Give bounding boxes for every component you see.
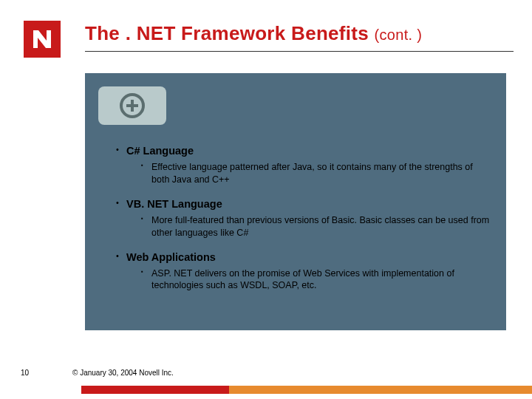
bullet-sub: ASP. NET delivers on the promise of Web … [141,267,491,293]
title-divider [85,51,514,52]
bullet-heading: Web Applications [116,251,491,263]
footer-orange-bar [229,386,532,394]
title-continuation: (cont. ) [375,27,423,43]
bullet-sub: More full-featured than previous version… [141,214,491,239]
page-number: 10 [21,369,29,377]
footer-red-bar [81,386,229,394]
bullet-list: C# Language Effective language patterned… [116,145,491,304]
title-main: The . NET Framework Benefits [85,22,369,44]
bullet-sub: Effective language patterned after Java,… [141,161,491,186]
plus-icon [119,92,146,119]
content-panel: C# Language Effective language patterned… [85,73,506,330]
list-item: C# Language Effective language patterned… [116,145,491,186]
slide-title: The . NET Framework Benefits (cont. ) [85,22,422,45]
copyright: © January 30, 2004 Novell Inc. [72,369,174,377]
novell-logo [24,21,61,58]
bullet-heading: C# Language [116,145,491,157]
n-logo-icon [31,28,53,50]
bullet-heading: VB. NET Language [116,198,491,210]
footer-accent [81,386,532,394]
list-item: VB. NET Language More full-featured than… [116,198,491,239]
benefit-indicator [98,86,166,125]
list-item: Web Applications ASP. NET delivers on th… [116,251,491,293]
